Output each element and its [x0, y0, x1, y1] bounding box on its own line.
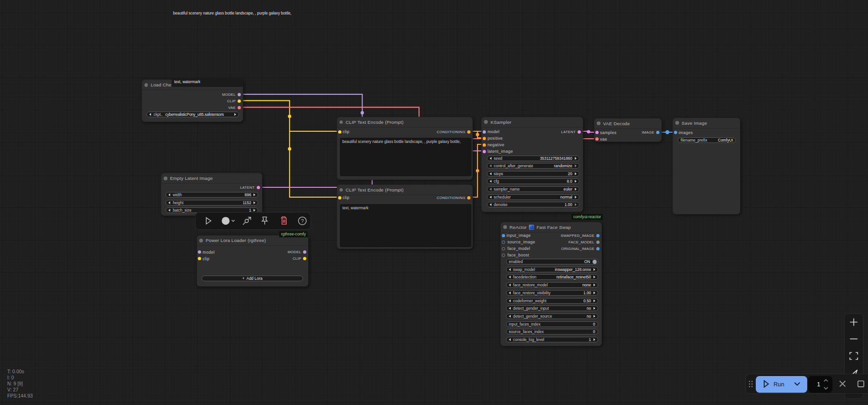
- svg-text:?: ?: [301, 218, 304, 224]
- svg-text:1: 1: [817, 381, 820, 388]
- svg-text:Run: Run: [774, 381, 784, 388]
